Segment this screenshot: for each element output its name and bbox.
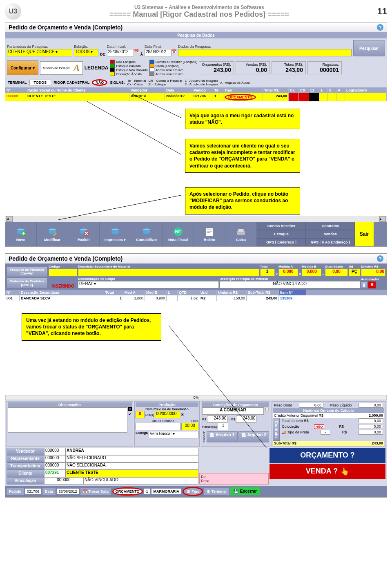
callout-edit: Uma vez já estando no módulo de edição d… <box>22 313 161 341</box>
contratos-button[interactable]: Contratos <box>306 222 355 230</box>
calendar-icon[interactable]: 📅 <box>134 49 139 56</box>
trocar-data-button[interactable]: 📅 Trocar Data <box>80 488 111 495</box>
window-pedido-lista: Pedido de Orçamento e Venda (Completo) ?… <box>5 22 387 247</box>
pagamento-panel: Condições de Pagamento A COMBINAR📋 R$243… <box>201 401 270 447</box>
pesquisar-button[interactable]: Pesquisar <box>353 40 385 56</box>
producao-panel: Produção Data Prevista de Conclusão 0Dia… <box>134 401 200 447</box>
sair-button[interactable]: Sair <box>355 222 374 246</box>
condicao-select[interactable]: A COMBINAR <box>202 407 264 415</box>
total-input[interactable]: 1 <box>260 269 275 276</box>
callout-1: Veja que agora o meu rigor cadastral est… <box>185 109 300 129</box>
obs-textarea[interactable] <box>8 407 127 433</box>
scrollbar[interactable]: ◂▸ <box>5 216 387 222</box>
estacao-select[interactable]: TODOS ▾ <box>74 49 98 56</box>
font-icon[interactable]: 🅰 <box>128 407 132 411</box>
grupo-select[interactable]: GERAL ▾ <box>78 281 219 288</box>
item-row[interactable]: 001 BANCADA SECA 1 1,800 0,900 1,62 M2 1… <box>5 295 387 301</box>
pesquisa-produtos-button[interactable]: Pesquisa de Produtos [Ctrl+W] <box>7 266 47 277</box>
legenda-label: LEGENDA <box>85 65 109 71</box>
estoque-button[interactable]: Estoque <box>257 230 306 238</box>
cliente-field[interactable]: CLIENTE TESTE <box>65 470 198 477</box>
observacoes-panel: Observações 🅰✔ <box>7 401 133 447</box>
cadastro-produtos-button[interactable]: Cadastro de Produtos [Ctrl+Z] <box>7 278 47 288</box>
contrato-button[interactable]: Contrato <box>273 418 280 441</box>
items-header: Nº Descrição Secundária Total Med A Med … <box>5 290 387 295</box>
vendas-button[interactable]: Vendas <box>306 230 355 238</box>
rigor-value[interactable]: NÃO <box>92 79 107 86</box>
status-orcamento: ORÇAMENTO <box>112 487 143 496</box>
transportadora-field[interactable]: NÃO SELECIONADA <box>65 462 198 470</box>
codigo-input[interactable] <box>49 269 77 276</box>
representante-field[interactable]: NÃO SELECIONADO <box>65 455 198 462</box>
a-label: À <box>140 52 143 56</box>
unitario-input[interactable]: 0,00 <box>361 269 385 276</box>
data-prevista-input[interactable]: 00/00/0000 <box>155 411 180 418</box>
orcamento-big-button[interactable]: ORÇAMENTO ? <box>270 448 385 463</box>
automacao-scan-button[interactable]: ▮ <box>361 281 368 288</box>
descricao-principal: NÃO VINCULADO <box>220 281 361 288</box>
terminal-label: TERMINAL <box>8 80 27 85</box>
arquivo1-button[interactable]: 📄 Arquivo 1 <box>207 431 238 442</box>
help-icon[interactable]: ? <box>377 255 383 262</box>
automacao-x-button[interactable]: ✖ <box>368 281 376 288</box>
entrega-select[interactable]: Vem Buscar ▾ <box>149 431 198 438</box>
contabilizar-button[interactable]: Contabilizar <box>131 222 163 246</box>
caixa-button[interactable]: Caixa <box>225 222 257 246</box>
gps-ir-button[interactable]: GPS [ Ir Ao Endereço ] <box>306 238 355 246</box>
help-icon[interactable]: ? <box>377 24 383 31</box>
venda-big-button[interactable]: VENDA ?👆 <box>270 464 385 479</box>
spell-icon[interactable]: ✔ <box>128 412 132 416</box>
descricao-input[interactable] <box>78 269 259 276</box>
svg-line-1 <box>87 101 181 154</box>
window-pedido-edicao: Pedido de Orçamento e Venda (Completo) ?… <box>5 253 387 498</box>
terminal-value[interactable]: TODOS <box>29 80 51 85</box>
stat-totais: Totais (R$):243,00 <box>272 61 306 74</box>
gps-endereco-button[interactable]: GPS [ Endereço ] <box>257 238 306 246</box>
excluir-button[interactable]: Excluir <box>68 222 100 246</box>
table-row[interactable]: 000001 CLIENTE TESTE ANDREA 28/08/2012 0… <box>5 93 387 101</box>
stat-orcamentos: Orçamentos (R$):243,00 <box>199 61 234 74</box>
detail-icon[interactable]: 📋 <box>265 407 269 415</box>
svg-text:NF: NF <box>175 229 181 234</box>
vendedor-field[interactable]: ANDREA <box>65 448 198 455</box>
data-inicial-input[interactable]: 28/08/2012 <box>107 49 134 56</box>
tipo-button[interactable]: 📋 Tipo <box>183 487 203 496</box>
table-header: Nº Razão Social ou Nome do Cliente Vende… <box>5 87 387 93</box>
dados-input[interactable] <box>178 49 352 56</box>
encerrar-button[interactable]: 💾 Encerrar <box>230 487 260 495</box>
ud-input[interactable]: PÇ <box>349 269 360 276</box>
configurar-button[interactable]: Configurar ▾ <box>7 60 38 75</box>
modificar-button[interactable]: Modificar <box>37 222 68 246</box>
medida-a-input[interactable]: 0,000 <box>278 269 298 276</box>
terminal-button[interactable]: 🖥 Terminal <box>204 488 229 495</box>
pedido-value: 021706 <box>25 489 41 494</box>
impressos-button[interactable]: Impressos ▾ <box>100 222 131 246</box>
contas-receber-button[interactable]: Contas Receber <box>257 222 306 230</box>
desc-label: Desc <box>201 479 267 483</box>
quantidade-input[interactable]: 0,00 <box>325 269 348 276</box>
medida-b-input[interactable]: 0,000 <box>302 269 321 276</box>
hora-input[interactable]: 00:00 <box>181 423 198 430</box>
siglas-label: SIGLAS: <box>110 80 125 85</box>
callout-3: Após selecionar o Pedido, clique no botã… <box>185 187 300 214</box>
stat-vendas: Vendas (R$):0,00 <box>236 61 270 74</box>
arquivo2-button[interactable]: 📄 Arquivo 2 <box>238 431 270 442</box>
modelo-label: Modelo de Pedido: <box>43 66 70 70</box>
vinculacao-field[interactable]: NÃO VINCULADO <box>83 477 198 485</box>
calendar-icon[interactable]: 📅 <box>172 49 176 56</box>
novo-button[interactable]: Novo <box>5 222 37 246</box>
svg-rect-12 <box>206 228 213 236</box>
data-final-input[interactable]: 28/08/2012 <box>145 49 172 56</box>
callout-2: Vamos selecionar um cliente no qual o se… <box>185 139 300 173</box>
tipo-highlight: ORÇAMENTO <box>225 94 256 100</box>
de-label: De <box>201 475 267 479</box>
clear-date-icon[interactable]: ✖ <box>181 413 184 417</box>
dias-input[interactable]: 0 <box>136 411 145 418</box>
param-select[interactable]: CLIENTE QUE COMECE ▾ <box>7 49 72 56</box>
boleto-button[interactable]: Boleto <box>194 222 225 246</box>
nota-fiscal-button[interactable]: NFNota Fiscal <box>163 222 194 246</box>
legend-col-2: Contas à Receber (Lançado) Caixa (Lançad… <box>149 60 198 76</box>
stat-registros: Registros:000001 <box>307 61 342 74</box>
dados-label: Dados da Pesquisa: <box>178 45 352 49</box>
param-label: Parâmetros da Pesquisa: <box>7 45 72 49</box>
